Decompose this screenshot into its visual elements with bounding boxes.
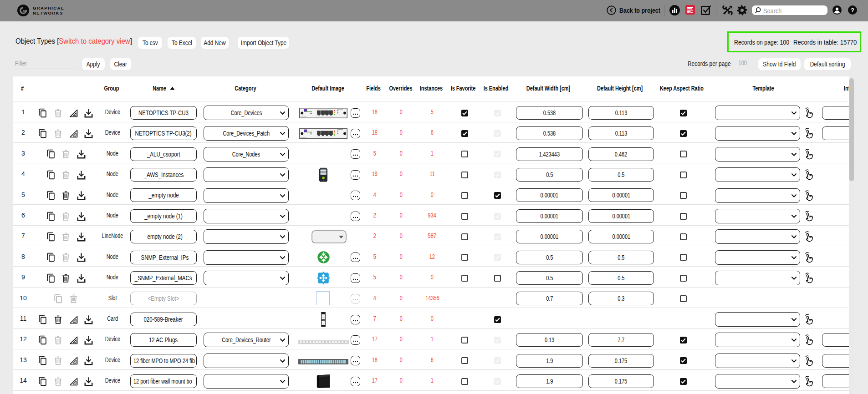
svg-text:?: ? bbox=[851, 7, 854, 14]
